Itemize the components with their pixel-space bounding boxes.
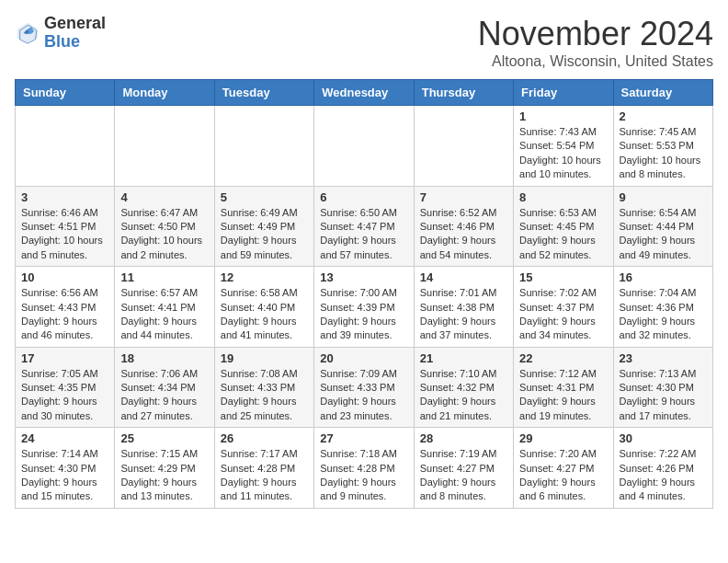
day-info: Sunrise: 7:05 AM Sunset: 4:35 PM Dayligh… <box>21 367 108 424</box>
day-info: Sunrise: 6:57 AM Sunset: 4:41 PM Dayligh… <box>120 286 208 343</box>
day-number: 17 <box>21 351 108 365</box>
calendar-week-row: 17Sunrise: 7:05 AM Sunset: 4:35 PM Dayli… <box>16 347 713 428</box>
day-number: 30 <box>620 431 707 445</box>
day-number: 27 <box>320 431 407 445</box>
page-header: General Blue November 2024 Altoona, Wisc… <box>15 15 713 70</box>
calendar-cell: 16Sunrise: 7:04 AM Sunset: 4:36 PM Dayli… <box>613 267 712 348</box>
day-number: 10 <box>21 270 108 284</box>
day-info: Sunrise: 7:45 AM Sunset: 5:53 PM Dayligh… <box>620 125 707 182</box>
calendar-header-row: SundayMondayTuesdayWednesdayThursdayFrid… <box>16 80 713 106</box>
calendar-cell: 4Sunrise: 6:47 AM Sunset: 4:50 PM Daylig… <box>115 186 214 267</box>
calendar-cell: 9Sunrise: 6:54 AM Sunset: 4:44 PM Daylig… <box>613 186 712 267</box>
calendar-cell: 20Sunrise: 7:09 AM Sunset: 4:33 PM Dayli… <box>314 347 414 428</box>
calendar-cell: 27Sunrise: 7:18 AM Sunset: 4:28 PM Dayli… <box>314 428 414 509</box>
day-info: Sunrise: 7:43 AM Sunset: 5:54 PM Dayligh… <box>519 125 607 182</box>
day-info: Sunrise: 7:08 AM Sunset: 4:33 PM Dayligh… <box>221 367 308 424</box>
day-number: 2 <box>620 109 707 123</box>
calendar-day-header: Thursday <box>414 80 513 106</box>
calendar-cell: 19Sunrise: 7:08 AM Sunset: 4:33 PM Dayli… <box>214 347 313 428</box>
calendar-cell: 13Sunrise: 7:00 AM Sunset: 4:39 PM Dayli… <box>314 267 414 348</box>
day-info: Sunrise: 7:01 AM Sunset: 4:38 PM Dayligh… <box>420 286 507 343</box>
day-number: 14 <box>420 270 507 284</box>
calendar-week-row: 3Sunrise: 6:46 AM Sunset: 4:51 PM Daylig… <box>16 186 713 267</box>
day-info: Sunrise: 6:46 AM Sunset: 4:51 PM Dayligh… <box>21 206 108 263</box>
day-number: 21 <box>420 351 507 365</box>
day-number: 11 <box>120 270 208 284</box>
day-info: Sunrise: 6:47 AM Sunset: 4:50 PM Dayligh… <box>120 206 208 263</box>
day-number: 18 <box>120 351 208 365</box>
day-info: Sunrise: 7:22 AM Sunset: 4:26 PM Dayligh… <box>620 447 707 504</box>
day-number: 20 <box>320 351 407 365</box>
day-info: Sunrise: 6:56 AM Sunset: 4:43 PM Dayligh… <box>21 286 108 343</box>
calendar-cell: 26Sunrise: 7:17 AM Sunset: 4:28 PM Dayli… <box>214 428 313 509</box>
day-number: 7 <box>420 190 507 204</box>
calendar-cell: 5Sunrise: 6:49 AM Sunset: 4:49 PM Daylig… <box>214 186 313 267</box>
day-info: Sunrise: 7:15 AM Sunset: 4:29 PM Dayligh… <box>120 447 208 504</box>
calendar-cell: 22Sunrise: 7:12 AM Sunset: 4:31 PM Dayli… <box>514 347 613 428</box>
day-number: 25 <box>120 431 208 445</box>
calendar-cell: 10Sunrise: 6:56 AM Sunset: 4:43 PM Dayli… <box>16 267 115 348</box>
day-info: Sunrise: 7:09 AM Sunset: 4:33 PM Dayligh… <box>320 367 407 424</box>
day-number: 9 <box>620 190 707 204</box>
calendar-day-header: Friday <box>514 80 613 106</box>
day-info: Sunrise: 6:53 AM Sunset: 4:45 PM Dayligh… <box>519 206 607 263</box>
day-info: Sunrise: 6:52 AM Sunset: 4:46 PM Dayligh… <box>420 206 507 263</box>
day-number: 19 <box>221 351 308 365</box>
day-info: Sunrise: 6:50 AM Sunset: 4:47 PM Dayligh… <box>320 206 407 263</box>
day-number: 29 <box>519 431 607 445</box>
calendar-cell: 11Sunrise: 6:57 AM Sunset: 4:41 PM Dayli… <box>115 267 214 348</box>
day-number: 22 <box>519 351 607 365</box>
day-number: 3 <box>21 190 108 204</box>
calendar-cell: 28Sunrise: 7:19 AM Sunset: 4:27 PM Dayli… <box>414 428 513 509</box>
day-info: Sunrise: 7:00 AM Sunset: 4:39 PM Dayligh… <box>320 286 407 343</box>
day-number: 13 <box>320 270 407 284</box>
calendar-cell: 17Sunrise: 7:05 AM Sunset: 4:35 PM Dayli… <box>16 347 115 428</box>
day-number: 4 <box>120 190 208 204</box>
location: Altoona, Wisconsin, United States <box>478 53 713 70</box>
calendar-cell: 1Sunrise: 7:43 AM Sunset: 5:54 PM Daylig… <box>514 106 613 187</box>
calendar-cell: 7Sunrise: 6:52 AM Sunset: 4:46 PM Daylig… <box>414 186 513 267</box>
day-info: Sunrise: 6:58 AM Sunset: 4:40 PM Dayligh… <box>221 286 308 343</box>
calendar-cell: 6Sunrise: 6:50 AM Sunset: 4:47 PM Daylig… <box>314 186 414 267</box>
day-info: Sunrise: 7:17 AM Sunset: 4:28 PM Dayligh… <box>221 447 308 504</box>
calendar-cell <box>16 106 115 187</box>
calendar-cell <box>414 106 513 187</box>
calendar-cell <box>115 106 214 187</box>
day-number: 23 <box>620 351 707 365</box>
day-number: 15 <box>519 270 607 284</box>
day-number: 12 <box>221 270 308 284</box>
calendar-cell: 24Sunrise: 7:14 AM Sunset: 4:30 PM Dayli… <box>16 428 115 509</box>
day-number: 6 <box>320 190 407 204</box>
calendar-cell: 8Sunrise: 6:53 AM Sunset: 4:45 PM Daylig… <box>514 186 613 267</box>
day-number: 24 <box>21 431 108 445</box>
day-info: Sunrise: 7:13 AM Sunset: 4:30 PM Dayligh… <box>620 367 707 424</box>
day-number: 16 <box>620 270 707 284</box>
day-number: 1 <box>519 109 607 123</box>
month-title: November 2024 <box>478 15 713 53</box>
calendar-cell: 15Sunrise: 7:02 AM Sunset: 4:37 PM Dayli… <box>514 267 613 348</box>
logo: General Blue <box>15 15 106 52</box>
calendar-cell: 2Sunrise: 7:45 AM Sunset: 5:53 PM Daylig… <box>613 106 712 187</box>
day-info: Sunrise: 6:49 AM Sunset: 4:49 PM Dayligh… <box>221 206 308 263</box>
calendar-cell <box>314 106 414 187</box>
logo-icon <box>15 20 40 46</box>
day-number: 26 <box>221 431 308 445</box>
calendar-cell: 18Sunrise: 7:06 AM Sunset: 4:34 PM Dayli… <box>115 347 214 428</box>
calendar-day-header: Sunday <box>16 80 115 106</box>
calendar-week-row: 24Sunrise: 7:14 AM Sunset: 4:30 PM Dayli… <box>16 428 713 509</box>
day-info: Sunrise: 7:10 AM Sunset: 4:32 PM Dayligh… <box>420 367 507 424</box>
title-area: November 2024 Altoona, Wisconsin, United… <box>478 15 713 70</box>
calendar-week-row: 1Sunrise: 7:43 AM Sunset: 5:54 PM Daylig… <box>16 106 713 187</box>
calendar-day-header: Wednesday <box>314 80 414 106</box>
day-info: Sunrise: 6:54 AM Sunset: 4:44 PM Dayligh… <box>620 206 707 263</box>
day-info: Sunrise: 7:14 AM Sunset: 4:30 PM Dayligh… <box>21 447 108 504</box>
day-info: Sunrise: 7:20 AM Sunset: 4:27 PM Dayligh… <box>519 447 607 504</box>
calendar-cell: 30Sunrise: 7:22 AM Sunset: 4:26 PM Dayli… <box>613 428 712 509</box>
day-info: Sunrise: 7:12 AM Sunset: 4:31 PM Dayligh… <box>519 367 607 424</box>
calendar-cell: 12Sunrise: 6:58 AM Sunset: 4:40 PM Dayli… <box>214 267 313 348</box>
calendar-day-header: Tuesday <box>214 80 313 106</box>
day-info: Sunrise: 7:04 AM Sunset: 4:36 PM Dayligh… <box>620 286 707 343</box>
calendar-cell: 14Sunrise: 7:01 AM Sunset: 4:38 PM Dayli… <box>414 267 513 348</box>
logo-blue-text: Blue <box>44 32 80 51</box>
calendar-week-row: 10Sunrise: 6:56 AM Sunset: 4:43 PM Dayli… <box>16 267 713 348</box>
